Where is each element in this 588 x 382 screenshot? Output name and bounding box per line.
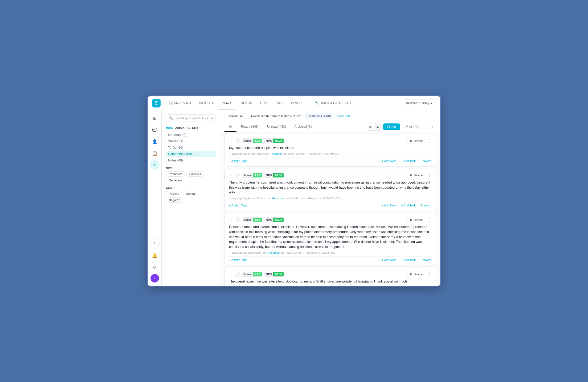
nav-inbox[interactable]: INBOX: [218, 96, 235, 110]
star-button[interactable]: ☆: [229, 217, 233, 222]
response-meta: 8 days ago by Jessica taken on Reception…: [229, 286, 431, 286]
filter-todo[interactable]: To-Do (10): [166, 145, 216, 151]
card-actions-right: 🖥 Device ⋮: [407, 272, 431, 277]
next-page-button[interactable]: ›: [430, 124, 436, 130]
device-button[interactable]: 🖥 Device: [407, 272, 425, 277]
nps-tag-detractors[interactable]: Detractors: [166, 178, 185, 183]
filter-chip-date[interactable]: November 16, 2016 to March 4, 2022: [248, 113, 303, 119]
tab-unread[interactable]: Unread (483): [263, 122, 290, 132]
nav-build[interactable]: 🔧 BUILD & DISTRIBUTE: [312, 96, 355, 110]
response-card: ☆ i Score 4.71 NPS 10.00 🖥: [224, 134, 436, 167]
csat-tag-positive[interactable]: Positive: [166, 191, 182, 196]
quick-filters-header: HIDE QUICK FILTERS: [166, 126, 216, 129]
filter-important[interactable]: Important (0): [166, 132, 216, 138]
star-button[interactable]: ☆: [229, 173, 233, 178]
add-filter-button[interactable]: + Add Filter: [337, 114, 352, 118]
nav-saved[interactable]: SAVED: [288, 96, 305, 110]
forward-button[interactable]: Forward: [421, 204, 431, 207]
nav-insights[interactable]: INSIGHTS: [196, 96, 217, 110]
filter-chip-location[interactable]: Location: All: [224, 113, 246, 119]
add-task-button[interactable]: + Add Task: [401, 204, 416, 207]
search-input[interactable]: [174, 117, 213, 120]
info-button[interactable]: i: [235, 217, 240, 222]
survey-selector[interactable]: Inpatient Survey ▾: [403, 99, 436, 107]
location-link[interactable]: Reception: [272, 197, 285, 200]
response-card: ☆ i Score 5.00 NPS 10.00 🖥: [224, 268, 436, 286]
forward-button[interactable]: Forward: [421, 159, 431, 163]
response-list: ☆ i Score 4.71 NPS 10.00 🖥: [220, 132, 440, 286]
device-button[interactable]: 🖥 Device: [407, 217, 425, 222]
sidebar-icon-gear[interactable]: ⚙: [150, 262, 160, 272]
add-task-button[interactable]: + Add Task: [401, 159, 416, 163]
card-header: ☆ i Score 4.59 NPS 10.00 🖥: [229, 217, 431, 222]
hide-label[interactable]: HIDE: [166, 126, 173, 129]
score-badge: Score 4.71: [242, 138, 262, 143]
sidebar-icon-grid[interactable]: ⊞: [150, 113, 160, 123]
score-badge: Score 5.00: [242, 272, 262, 277]
tab-read[interactable]: Read (1408): [236, 122, 263, 132]
tab-archived[interactable]: Archived (0): [290, 122, 316, 132]
device-button[interactable]: 🖥 Device: [407, 173, 425, 178]
user-avatar[interactable]: F: [150, 274, 159, 283]
device-button[interactable]: 🖥 Device: [407, 138, 425, 143]
nav-text[interactable]: TEXT: [256, 96, 271, 110]
app-logo[interactable]: Z: [152, 99, 161, 107]
export-button[interactable]: Export: [383, 123, 400, 130]
sidebar-icon-chat[interactable]: 💬: [150, 125, 160, 135]
location-link[interactable]: Reception: [267, 251, 281, 254]
assign-tags-button[interactable]: + Assign Tags: [229, 204, 247, 207]
sidebar-icon-person[interactable]: 👤: [150, 137, 160, 146]
location-link[interactable]: Reception: [270, 152, 283, 155]
response-text: My experience at the hospital was excell…: [229, 146, 431, 151]
star-button[interactable]: ☆: [229, 272, 233, 277]
view-list-button[interactable]: ≡: [374, 123, 381, 130]
filter-starred[interactable]: Starred (1): [166, 138, 216, 144]
filter-comments[interactable]: Comments (1891): [166, 151, 216, 157]
filter-notes[interactable]: Notes (49): [166, 157, 216, 163]
nps-badge: NPS 10.00: [264, 138, 284, 143]
score-badge: Score 4.59: [242, 217, 262, 222]
add-note-button[interactable]: + Add Note: [382, 258, 396, 261]
view-grid-button[interactable]: ⊞: [367, 123, 374, 130]
prev-page-button[interactable]: ‹: [422, 124, 428, 130]
sidebar-icon-bell[interactable]: 🔔: [150, 251, 160, 260]
filter-chip-comments[interactable]: Comments is True: [305, 113, 334, 119]
nav-tags[interactable]: TAGS: [272, 96, 287, 110]
assign-tags-button[interactable]: + Assign Tags: [229, 258, 247, 261]
info-button[interactable]: i: [235, 173, 240, 178]
nps-tag-promoters[interactable]: Promoters: [166, 171, 185, 177]
sidebar-icon-calendar[interactable]: 📋: [150, 148, 160, 158]
response-card: ☆ i Score 4.59 NPS 10.00 🖥: [224, 213, 436, 265]
search-box[interactable]: 🔍: [166, 114, 216, 122]
add-note-button[interactable]: + Add Note: [382, 159, 396, 163]
add-note-button[interactable]: + Add Note: [382, 204, 396, 207]
assign-tags-button[interactable]: + Assign Tags: [229, 159, 247, 163]
tab-all[interactable]: All: [224, 122, 236, 132]
main-layout: ⊞ 💬 👤 📋 + ? 🔔 ⚙ F 🔍 HIDE QUICK FILTERS I: [148, 110, 440, 286]
csat-tag-neutral[interactable]: Neutral: [183, 191, 198, 196]
star-button[interactable]: ☆: [229, 138, 233, 143]
card-header: ☆ i Score 5.00 NPS 10.00 🖥: [229, 272, 431, 277]
quick-filters-title: QUICK FILTERS: [174, 126, 198, 129]
more-options-button[interactable]: ⋮: [427, 272, 431, 277]
card-action-links: + Add Note | + Add Task | Forward: [382, 258, 431, 261]
more-options-button[interactable]: ⋮: [427, 138, 431, 143]
more-options-button[interactable]: ⋮: [427, 217, 431, 222]
response-meta: 7 days ago by Arthur M taken on Receptio…: [229, 197, 431, 200]
sidebar-icon-help[interactable]: ?: [150, 239, 160, 248]
more-options-button[interactable]: ⋮: [427, 173, 431, 178]
add-task-button[interactable]: + Add Task: [401, 258, 416, 261]
sidebar-icon-plus[interactable]: +: [150, 160, 160, 170]
nav-trends[interactable]: TRENDS: [236, 96, 255, 110]
chevron-down-icon: ▾: [431, 101, 432, 105]
tabs-bar: All Read (1408) Unread (483) Archived (0…: [220, 122, 440, 132]
location-link[interactable]: Reception: [271, 286, 284, 286]
nav-snapshot[interactable]: 📊 SNAPSHOT: [166, 96, 195, 110]
filter-bar: Location: All November 16, 2016 to March…: [220, 110, 440, 122]
csat-tag-negative[interactable]: Negative: [166, 197, 183, 203]
forward-button[interactable]: Forward: [421, 258, 431, 261]
info-button[interactable]: i: [235, 138, 240, 143]
csat-section-label: CSAT: [166, 186, 216, 189]
info-button[interactable]: i: [235, 272, 240, 277]
nps-tag-passives[interactable]: Passives: [186, 171, 204, 177]
